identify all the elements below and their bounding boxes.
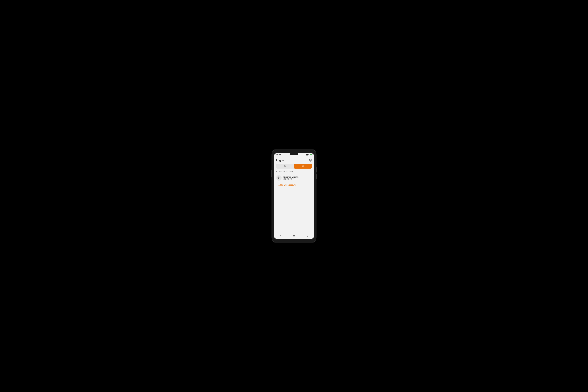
square-icon — [280, 235, 282, 237]
status-icons: ▐▌█ — [306, 154, 312, 155]
add-account-label: Add a Union account — [278, 184, 296, 186]
volume-up-button — [316, 167, 316, 172]
svg-point-0 — [310, 160, 311, 160]
tab-globe[interactable] — [294, 164, 312, 168]
volume-down-button — [316, 174, 316, 179]
power-button — [272, 170, 272, 177]
svg-marker-8 — [307, 236, 308, 237]
gear-icon — [309, 159, 312, 162]
globe-icon — [302, 165, 304, 168]
add-union-account-button[interactable]: + Add a Union account — [274, 182, 314, 188]
account-avatar — [276, 175, 282, 180]
svg-point-7 — [294, 236, 294, 237]
account-globe-icon — [278, 176, 280, 179]
svg-rect-5 — [280, 236, 281, 237]
wifi-icon — [308, 154, 310, 155]
app-content: Log in — [274, 156, 314, 233]
svg-point-6 — [293, 235, 295, 237]
page-title: Log in — [276, 159, 284, 162]
signal-icon: ▐▌█ — [306, 154, 308, 155]
plus-icon: + — [276, 184, 278, 186]
app-header: Log in — [274, 156, 314, 164]
account-name: Eocortex Union 1 — [284, 176, 298, 178]
battery-icon — [310, 154, 312, 155]
account-item[interactable]: Eocortex Union 1 192.168.100.60 — [274, 174, 314, 182]
phone-screen: 12:05 PM ▐▌█ Log in — [274, 153, 314, 239]
triangle-back-icon — [307, 235, 308, 237]
bottom-nav — [274, 233, 314, 239]
notch — [290, 153, 298, 155]
phone-device: 12:05 PM ▐▌█ Log in — [272, 149, 316, 243]
settings-button[interactable] — [309, 159, 312, 162]
recent-apps-button[interactable] — [278, 234, 282, 238]
section-label: Eocortex Union accounts — [274, 171, 314, 174]
back-button[interactable] — [306, 234, 310, 238]
account-info: Eocortex Union 1 192.168.100.60 — [284, 176, 298, 180]
status-time: 12:05 PM — [276, 154, 281, 155]
account-ip: 192.168.100.60 — [284, 178, 298, 180]
tab-bar — [276, 164, 312, 168]
circle-home-icon — [293, 235, 295, 237]
home-icon — [284, 165, 286, 168]
tab-home[interactable] — [276, 164, 294, 168]
home-nav-button[interactable] — [292, 234, 296, 238]
